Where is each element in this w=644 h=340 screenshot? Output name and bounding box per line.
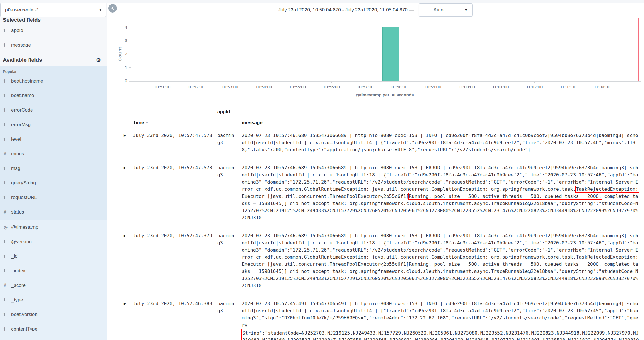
field-item--score[interactable]: #_score (0, 278, 107, 293)
field-name: beat.version (11, 312, 38, 317)
gear-icon[interactable]: ⚙ (96, 57, 101, 63)
field-item-errormsg[interactable]: terrorMsg (0, 117, 107, 132)
x-tick-mark (162, 82, 162, 83)
field-item-beat-name[interactable]: tbeat.name (0, 88, 107, 103)
field-name: _index (11, 268, 25, 274)
x-tick-label: 11:04:00 (589, 85, 615, 89)
x-tick-mark (298, 82, 298, 83)
x-tick-mark (399, 82, 399, 83)
field-name: status (11, 209, 24, 215)
y-tick-mark (129, 41, 131, 41)
row-appid-cell: baoming3 (217, 164, 242, 178)
table-row[interactable]: ▶July 23rd 2020, 10:57:47.573baoming3202… (120, 128, 640, 160)
field-item--type[interactable]: t_type (0, 293, 107, 307)
field-item--index[interactable]: t_index (0, 263, 107, 278)
selected-fields-heading: Selected fields (0, 17, 107, 23)
expand-row-icon[interactable]: ▶ (120, 300, 133, 307)
field-name: _score (11, 283, 26, 288)
y-tick-label: 2 (117, 51, 127, 57)
text-field-icon: t (4, 108, 11, 113)
time-range-label: July 23rd 2020, 10:50:04.870 - July 23rd… (278, 7, 414, 13)
y-tick-label: 4 (117, 24, 127, 30)
index-pattern-select[interactable]: p0-usercenter-* ▾ (0, 3, 106, 17)
field-name: errorMsg (11, 122, 31, 128)
chevron-down-icon: ▾ (99, 8, 101, 12)
message-text-segment: Executor [java.util.concurrent.ThreadPoo… (242, 194, 409, 199)
available-fields-heading: Available fields (0, 57, 42, 63)
field-item-msg[interactable]: tmsg (0, 161, 107, 176)
expand-row-icon[interactable]: ▶ (120, 132, 133, 139)
row-time-cell: July 23rd 2020, 10:57:46.383 (133, 300, 217, 307)
text-field-icon: t (4, 122, 11, 127)
results-table: Time▼ appId message ▶July 23rd 2020, 10:… (120, 108, 640, 340)
text-field-icon: t (4, 254, 11, 259)
sort-desc-icon: ▼ (145, 121, 148, 124)
field-item-level[interactable]: tlevel (0, 132, 107, 146)
y-tick-label: 3 (117, 38, 127, 43)
field-item-beat-version[interactable]: tbeat.version (0, 307, 107, 322)
field-item-contenttype[interactable]: tcontentType (0, 322, 107, 336)
field-item-errorcode[interactable]: terrorCode (0, 103, 107, 117)
row-message-cell: 2020-07-23 10:57:46.689 1595473066689 | … (242, 164, 640, 221)
interval-value: Auto (434, 7, 444, 13)
field-item-minus[interactable]: #minus (0, 146, 107, 161)
text-field-icon: t (4, 137, 11, 142)
field-name: beat.hostname (11, 78, 43, 84)
text-field-icon: t (4, 166, 11, 171)
field-item--id[interactable]: t_id (0, 249, 107, 263)
text-field-icon: t (4, 297, 11, 303)
x-tick-label: 10:53:00 (217, 85, 243, 89)
field-item-appid[interactable]: tappId (0, 23, 107, 38)
y-tick-mark (129, 67, 131, 68)
row-message-cell: 2020-07-23 10:57:45.491 1595473065491 | … (242, 300, 640, 340)
field-item-message[interactable]: tmessage (0, 38, 107, 52)
field-item-requesturl[interactable]: trequestURL (0, 190, 107, 205)
row-appid-cell: baoming3 (217, 300, 242, 314)
x-tick-label: 10:51:00 (149, 85, 175, 89)
histogram-bar[interactable] (382, 27, 399, 81)
text-field-icon: t (4, 239, 11, 244)
field-item--timestamp[interactable]: ◷@timestamp (0, 220, 107, 234)
message-text-segment: 2020-07-23 10:57:46.689 1595473066689 | … (242, 233, 638, 288)
time-range-end-marker (638, 18, 639, 81)
x-tick-label: 10:56:00 (318, 85, 344, 89)
x-tick-label: 11:00:00 (454, 85, 480, 89)
field-name: @version (11, 239, 32, 245)
field-name: _id (11, 254, 18, 259)
interval-select[interactable]: Auto ▼ (419, 3, 473, 17)
available-fields-panel: Popular tbeat.hostnametbeat.nameterrorCo… (0, 66, 107, 340)
x-tick-label: 10:54:00 (251, 85, 277, 89)
x-tick-mark (467, 82, 467, 83)
x-tick-label: 11:03:00 (555, 85, 581, 89)
table-row[interactable]: ▶July 23rd 2020, 10:57:47.573baoming3202… (120, 160, 640, 228)
kibana-discover-page: p0-usercenter-* ▾ Selected fields tappId… (0, 0, 644, 340)
table-row[interactable]: ▶July 23rd 2020, 10:57:46.383baoming3202… (120, 296, 640, 340)
field-item-beat-hostname[interactable]: tbeat.hostname (0, 74, 107, 88)
x-tick-label: 10:57:00 (352, 85, 378, 89)
collapse-sidebar-button[interactable] (108, 4, 117, 13)
row-appid-cell: baoming3 (217, 232, 242, 246)
field-item--version[interactable]: t@version (0, 234, 107, 249)
field-name: appId (11, 28, 23, 33)
row-appid-cell: baoming3 (217, 132, 242, 146)
number-field-icon: # (4, 210, 11, 215)
expand-row-icon[interactable]: ▶ (120, 232, 133, 239)
field-item-querystring[interactable]: tqueryString (0, 176, 107, 190)
row-time-cell: July 23rd 2020, 10:57:47.379 (133, 232, 217, 239)
number-field-icon: # (4, 283, 11, 288)
y-tick-label: 0 (117, 78, 127, 84)
row-message-cell: 2020-07-23 10:57:46.689 1595473066689 | … (242, 232, 640, 289)
x-axis-line (129, 81, 641, 82)
field-name: @timestamp (11, 224, 38, 230)
column-header-time[interactable]: Time▼ (133, 120, 148, 126)
available-fields-header: Available fields ⚙ (0, 54, 107, 66)
field-item-status[interactable]: #status (0, 205, 107, 219)
x-tick-label: 11:01:00 (488, 85, 513, 89)
fields-sidebar: p0-usercenter-* ▾ Selected fields tappId… (0, 0, 107, 340)
error-highlight-box: TaskRejectedException: (576, 186, 638, 192)
table-row[interactable]: ▶July 23rd 2020, 10:57:47.379baoming3202… (120, 228, 640, 296)
expand-row-icon[interactable]: ▶ (120, 164, 133, 171)
chevron-left-icon (111, 6, 114, 11)
row-message-cell: 2020-07-23 10:57:46.689 1595473066689 | … (242, 132, 640, 153)
text-field-icon: t (4, 43, 11, 48)
